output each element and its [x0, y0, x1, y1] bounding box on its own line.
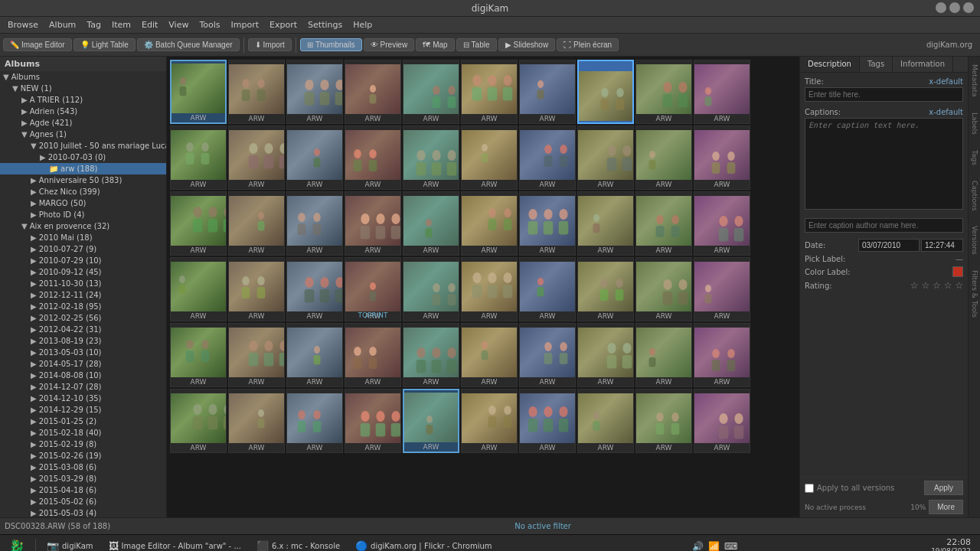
more-button[interactable]: More [929, 500, 963, 514]
sidebar-tree-item-12[interactable]: ▶Photo ID (4) [0, 209, 166, 220]
image-editor-btn[interactable]: ✏️ Image Editor [3, 38, 72, 51]
menu-item-browse[interactable]: Browse [3, 18, 43, 31]
taskbar-item-chromium[interactable]: 🔵 digiKam.org | Flickr - Chromium [349, 539, 498, 551]
sidebar-tree-item-5[interactable]: ▼Agnes (1) [0, 129, 166, 140]
date-input[interactable] [858, 239, 920, 252]
photo-cell-14[interactable]: ARW [345, 126, 401, 190]
time-input[interactable] [921, 239, 963, 252]
vert-label-tags[interactable]: Tags [971, 150, 978, 165]
sidebar-tree-item-9[interactable]: ▶Anniversaire 50 (383) [0, 174, 166, 186]
sidebar-tree-item-0[interactable]: ▼Albums [0, 71, 166, 83]
vert-label-versions[interactable]: Versions [971, 226, 978, 255]
sidebar-tree-item-34[interactable]: ▶2015-03-08 (6) [0, 461, 166, 473]
photo-cell-47[interactable]: ARW [519, 323, 576, 387]
sidebar-tree-item-31[interactable]: ▶2015-02-18 (40) [0, 427, 166, 439]
photo-cell-16[interactable]: ARW [461, 126, 518, 190]
taskbar-item-konsole[interactable]: ⬛ 6.x : mc - Konsole [250, 539, 346, 551]
photo-cell-35[interactable]: ARW [403, 257, 459, 321]
taskbar-item-digikam[interactable]: 📷 digiKam [41, 539, 100, 551]
star-rating[interactable]: ☆ ☆ ☆ ☆ ☆ [910, 280, 963, 291]
sidebar-tree-item-30[interactable]: ▶2015-01-25 (2) [0, 416, 166, 427]
captions-author-input[interactable] [805, 218, 963, 233]
photo-cell-13[interactable]: ARW [286, 126, 343, 190]
photo-cell-60[interactable]: ARW [694, 389, 750, 453]
photo-cell-4[interactable]: ARW [345, 60, 401, 124]
photo-cell-6[interactable]: ARW [461, 60, 518, 124]
photo-cell-36[interactable]: ARW [461, 257, 518, 321]
sidebar-tree-item-3[interactable]: ▶Adrien (543) [0, 106, 166, 117]
table-btn[interactable]: ⊟ Table [456, 38, 497, 51]
photo-cell-49[interactable]: ARW [635, 323, 692, 387]
photo-cell-51[interactable]: ARW [170, 389, 227, 453]
photo-cell-15[interactable]: ARW [403, 126, 459, 190]
sidebar-tree-item-6[interactable]: ▼2010 Juillet - 50 ans mariage Lucas [0, 140, 166, 152]
star-4[interactable]: ☆ [944, 280, 952, 291]
photo-cell-10[interactable]: ARW [694, 60, 750, 124]
vert-label-filters[interactable]: Filters & Tools [971, 270, 978, 318]
sidebar-tree-item-35[interactable]: ▶2015-03-29 (8) [0, 473, 166, 484]
sidebar-tree-item-37[interactable]: ▶2015-05-02 (6) [0, 496, 166, 507]
sidebar-tree-item-25[interactable]: ▶2014-05-17 (28) [0, 358, 166, 370]
tab-tags[interactable]: Tags [860, 57, 893, 72]
sidebar-tree-item-1[interactable]: ▼NEW (1) [0, 83, 166, 94]
photo-cell-53[interactable]: ARW [286, 389, 343, 453]
menu-item-edit[interactable]: Edit [137, 18, 162, 31]
sidebar-tree-item-18[interactable]: ▶2011-10-30 (13) [0, 278, 166, 289]
photo-cell-31[interactable]: ARW [170, 257, 227, 321]
title-input[interactable] [805, 87, 963, 102]
photo-cell-3[interactable]: ARW [286, 60, 343, 124]
color-label-swatch[interactable] [952, 266, 963, 277]
sidebar-tree-item-17[interactable]: ▶2010-09-12 (45) [0, 266, 166, 278]
thumbnails-btn[interactable]: ⊞ Thumbnails [300, 38, 362, 51]
photo-cell-12[interactable]: ARW [228, 126, 285, 190]
sidebar-tree-item-28[interactable]: ▶2014-12-10 (35) [0, 393, 166, 404]
photo-cell-42[interactable]: ARW [228, 323, 285, 387]
photo-cell-33[interactable]: ARW [286, 257, 343, 321]
photo-cell-24[interactable]: ARW [345, 191, 401, 256]
star-1[interactable]: ☆ [910, 280, 919, 291]
preview-btn[interactable]: 👁 Preview [364, 38, 415, 51]
photo-cell-52[interactable]: ARW [228, 389, 285, 453]
photo-cell-27[interactable]: ARW [519, 191, 576, 256]
photo-cell-11[interactable]: ARW [170, 126, 227, 190]
sidebar-tree-item-29[interactable]: ▶2014-12-29 (15) [0, 404, 166, 416]
photo-cell-29[interactable]: ARW [635, 191, 692, 256]
photo-cell-50[interactable]: ARW [694, 323, 750, 387]
menu-item-album[interactable]: Album [44, 18, 80, 31]
photo-cell-38[interactable]: ARW [577, 257, 634, 321]
photo-cell-34[interactable]: ARWTOPRINT [345, 257, 401, 321]
star-3[interactable]: ☆ [933, 280, 941, 291]
sidebar-tree-item-4[interactable]: ▶Agde (421) [0, 117, 166, 129]
taskbar-item-kde[interactable]: 🐉 [3, 537, 31, 551]
photo-cell-26[interactable]: ARW [461, 191, 518, 256]
maximize-btn[interactable] [949, 2, 960, 13]
photo-cell-17[interactable]: ARW [519, 126, 576, 190]
apply-button[interactable]: Apply [924, 481, 963, 495]
star-5[interactable]: ☆ [955, 280, 963, 291]
photo-cell-5[interactable]: ARW [403, 60, 459, 124]
vert-label-labels[interactable]: Labels [971, 112, 978, 135]
menu-item-settings[interactable]: Settings [303, 18, 347, 31]
photo-cell-56[interactable]: ARW [461, 389, 518, 453]
sidebar-tree-item-14[interactable]: ▶2010 Mai (18) [0, 232, 166, 243]
sidebar-tree-item-21[interactable]: ▶2012-02-25 (56) [0, 312, 166, 324]
sidebar-tree-item-26[interactable]: ▶2014-08-08 (10) [0, 370, 166, 381]
menu-item-view[interactable]: View [164, 18, 193, 31]
close-btn[interactable] [963, 2, 974, 13]
photo-cell-19[interactable]: ARW [635, 126, 692, 190]
star-2[interactable]: ☆ [921, 280, 929, 291]
photo-cell-28[interactable]: ARW [577, 191, 634, 256]
photo-cell-46[interactable]: ARW [461, 323, 518, 387]
photo-cell-44[interactable]: ARW [345, 323, 401, 387]
photo-cell-48[interactable]: ARW [577, 323, 634, 387]
sidebar-tree-item-13[interactable]: ▼Aix en provence (32) [0, 220, 166, 232]
apply-all-checkbox[interactable] [805, 484, 814, 493]
sidebar-tree-item-20[interactable]: ▶2012-02-18 (95) [0, 301, 166, 312]
minimize-btn[interactable] [936, 2, 946, 13]
menu-item-item[interactable]: Item [107, 18, 136, 31]
vert-label-captions[interactable]: Captions [971, 181, 978, 210]
photo-cell-21[interactable]: ARW [170, 191, 227, 256]
menu-item-export[interactable]: Export [265, 18, 302, 31]
photo-cell-54[interactable]: ARW [345, 389, 401, 453]
photo-cell-8[interactable] [577, 60, 634, 124]
